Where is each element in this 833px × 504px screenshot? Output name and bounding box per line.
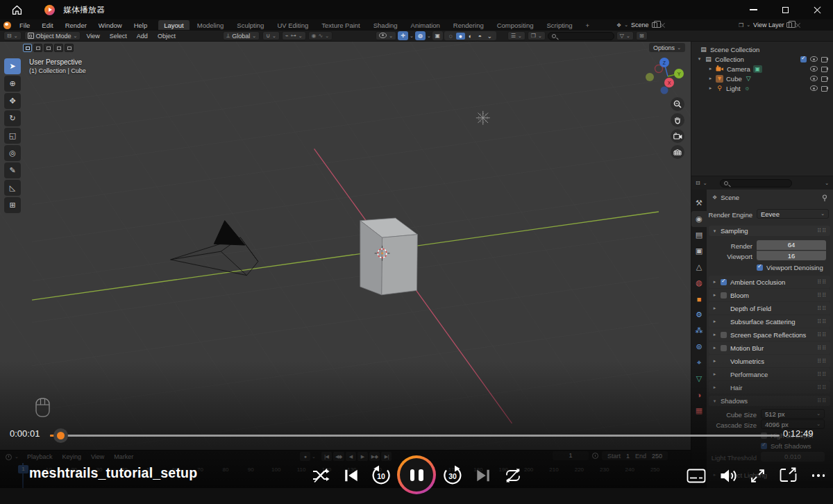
record-button[interactable]: ● (300, 452, 310, 461)
viewport-menu-item[interactable]: Add (135, 32, 149, 40)
workspace-tab[interactable]: Modeling (192, 20, 230, 30)
property-panel-row[interactable]: Screen Space Reflections (709, 328, 830, 341)
pause-button[interactable] (397, 455, 436, 494)
copy-icon[interactable] (786, 22, 792, 28)
frame-range-box[interactable]: Start 1 End 250 (602, 451, 668, 460)
play-reverse-button[interactable]: ◀ (346, 452, 356, 461)
stopwatch-icon[interactable] (592, 453, 598, 459)
scene-selector[interactable]: ❖ Scene (616, 20, 666, 30)
timeline-editor-icon[interactable] (6, 454, 12, 460)
sampling-viewport-field[interactable]: 16 (757, 251, 826, 260)
drag-grip-icon[interactable] (817, 279, 827, 285)
drag-grip-icon[interactable] (817, 292, 827, 299)
workspace-tab[interactable]: Compositing (491, 20, 539, 30)
home-button[interactable] (10, 3, 24, 17)
collection-checkbox[interactable] (800, 56, 807, 62)
soft-shadows-row[interactable]: Soft Shadows (761, 442, 811, 450)
viewport-tool-button[interactable]: ✥ (4, 93, 21, 109)
sampling-panel-header[interactable]: Sampling (709, 226, 830, 236)
current-frame-field[interactable]: 1 (553, 451, 589, 460)
drag-grip-icon[interactable] (817, 305, 827, 312)
subtitles-button[interactable] (686, 467, 707, 484)
viewport-menu-item[interactable]: Object (156, 32, 177, 40)
property-panel-row[interactable]: Subsurface Scattering (709, 315, 830, 328)
workspace-tab[interactable]: + (580, 20, 595, 30)
viewport-tool-button[interactable]: ◎ (4, 145, 21, 161)
skip-back-button[interactable]: 10 (370, 464, 392, 487)
viewport-tool-button[interactable]: ◺ (4, 180, 21, 196)
sampling-render-field[interactable]: 64 (757, 240, 826, 250)
snap-target-dropdown[interactable]: ⌁⊶ (282, 31, 306, 40)
light-object[interactable] (476, 111, 490, 125)
menu-item[interactable]: Render (64, 21, 88, 30)
properties-tab[interactable]: ⌖ (691, 355, 707, 371)
property-panel-row[interactable]: Depth of Field (709, 302, 830, 314)
new-collection-button[interactable]: ⊞ (636, 31, 648, 40)
menu-item[interactable]: File (18, 21, 31, 30)
camera-data-icon[interactable]: ▣ (753, 65, 762, 73)
shuffle-button[interactable] (311, 467, 330, 485)
skip-forward-button[interactable]: 30 (441, 464, 464, 487)
panel-checkbox[interactable] (721, 292, 727, 299)
properties-tab[interactable]: ◉ (691, 211, 707, 227)
overlays-dropdown[interactable] (427, 33, 431, 39)
checkbox-on-icon[interactable] (761, 443, 767, 449)
end-value[interactable]: 250 (652, 453, 662, 460)
workspace-tab[interactable]: Texture Paint (316, 20, 365, 30)
render-visibility-icon[interactable] (821, 66, 828, 72)
copy-icon[interactable] (652, 22, 657, 28)
hide-eye-icon[interactable] (810, 66, 818, 72)
proportional-edit-dropdown[interactable]: ◉∿ (308, 31, 333, 40)
xray-toggle[interactable]: ▣ (432, 31, 443, 40)
outliner-search-input[interactable] (548, 32, 614, 40)
record-dropdown[interactable] (312, 454, 316, 460)
gizmo-dropdown[interactable] (410, 33, 414, 39)
properties-tab[interactable]: ▦ (691, 403, 707, 419)
properties-tab[interactable]: ▣ (691, 243, 707, 259)
checkbox-on-icon[interactable] (757, 264, 763, 271)
jump-to-start-button[interactable]: |◀ (321, 452, 332, 461)
lasso-select-button[interactable] (54, 44, 63, 52)
outliner-row-cube[interactable]: ▼ Cube ▽ (691, 74, 833, 83)
editor-type-dropdown[interactable] (703, 180, 707, 186)
unlink-icon[interactable] (660, 22, 666, 28)
properties-tab[interactable]: △ (691, 259, 707, 275)
drag-grip-icon[interactable] (817, 398, 827, 404)
workspace-tab[interactable]: Layout (158, 20, 190, 30)
workspace-tab[interactable]: Animation (405, 20, 446, 30)
property-panel-row[interactable]: Bloom (709, 289, 830, 301)
navigation-gizmo[interactable]: Z Y X (641, 54, 687, 100)
blender-logo-icon[interactable] (3, 22, 11, 29)
mini-player-button[interactable] (778, 467, 798, 484)
tweak-select-button[interactable] (23, 44, 32, 52)
workspace-tab[interactable]: Sculpting (231, 20, 269, 30)
properties-tab[interactable]: ▽ (691, 371, 707, 387)
disclosure-icon[interactable] (708, 76, 713, 81)
viewport-tool-button[interactable]: ➤ (4, 58, 21, 74)
property-panel-row[interactable]: Hair (709, 381, 830, 394)
render-engine-dropdown[interactable]: Eevee (757, 209, 829, 219)
video-frame[interactable]: FileEditRenderWindowHelp LayoutModelingS… (0, 19, 833, 488)
wireframe-shading-button[interactable]: ◌ (446, 33, 455, 40)
viewport-menu-item[interactable]: View (85, 32, 101, 40)
hide-eye-icon[interactable] (810, 56, 818, 62)
shadows-panel-header[interactable]: Shadows (709, 396, 830, 406)
cube-size-dropdown[interactable]: 512 px (761, 409, 825, 419)
panel-checkbox[interactable] (721, 279, 727, 285)
properties-tab[interactable]: ⚒ (691, 195, 707, 211)
disclosure-icon[interactable] (708, 66, 713, 72)
render-visibility-icon[interactable] (821, 76, 828, 81)
menu-item[interactable]: Help (133, 21, 149, 30)
properties-tab[interactable]: ◍ (691, 275, 707, 291)
camera-view-button[interactable] (671, 129, 684, 143)
timeline-menu-item[interactable]: Playback (27, 453, 53, 460)
next-keyframe-button[interactable]: ▶◆ (369, 452, 380, 461)
solid-shading-button[interactable]: ● (456, 33, 465, 40)
camera-object[interactable] (171, 221, 258, 276)
options-button[interactable]: Options (649, 43, 685, 52)
shading-dropdown[interactable] (485, 33, 494, 40)
properties-search-input[interactable] (720, 179, 792, 187)
properties-tab[interactable]: ⚙ (691, 307, 707, 323)
circle-select-button[interactable] (44, 44, 53, 52)
outliner-filter-id[interactable]: ❒ (528, 31, 546, 40)
